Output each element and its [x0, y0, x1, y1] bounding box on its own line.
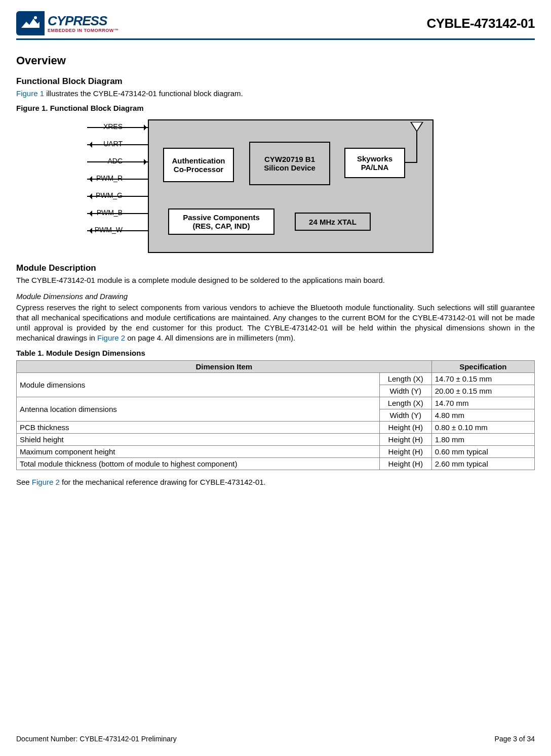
block-passive-components: Passive Components (RES, CAP, IND): [168, 208, 274, 235]
arrow-pwm-b-icon: [87, 213, 149, 214]
signal-adc: ADC: [62, 157, 123, 165]
table-1-title: Table 1. Module Design Dimensions: [16, 349, 535, 357]
signal-pwm-b: PWM_B: [62, 208, 123, 217]
page-header: CYPRESS EMBEDDED IN TOMORROW™ CYBLE-4731…: [16, 11, 535, 35]
signal-pwm-g: PWM_G: [62, 191, 123, 199]
functional-block-diagram: XRES UART ADC PWM_R PWM_G PWM_B PWM_W Au…: [62, 119, 431, 251]
heading-overview: Overview: [16, 54, 535, 67]
see-figure-2-text: See Figure 2 for the mechanical referenc…: [16, 477, 535, 487]
signal-pwm-r: PWM_R: [62, 174, 123, 182]
table-row: Antenna location dimensions Length (X) 1…: [17, 397, 535, 409]
th-dimension-item: Dimension Item: [17, 360, 432, 372]
figure-1-title: Figure 1. Functional Block Diagram: [16, 104, 535, 112]
block-cyw20719: CYW20719 B1 Silicon Device: [249, 142, 330, 185]
arrow-uart-icon: [87, 144, 149, 145]
logo-tagline: EMBEDDED IN TOMORROW™: [48, 28, 119, 33]
table-row: Maximum component height Height (H) 0.60…: [17, 445, 535, 457]
table-row: Total module thickness (bottom of module…: [17, 457, 535, 470]
part-number: CYBLE-473142-01: [426, 16, 535, 31]
company-logo: CYPRESS EMBEDDED IN TOMORROW™: [16, 11, 119, 35]
th-specification: Specification: [431, 360, 534, 372]
heading-functional-block-diagram: Functional Block Diagram: [16, 76, 535, 87]
arrow-pwm-w-icon: [87, 230, 149, 231]
signal-uart: UART: [62, 140, 123, 148]
figure-2-xref-2[interactable]: Figure 2: [32, 478, 60, 486]
table-module-design-dimensions: Dimension Item Specification Module dime…: [16, 360, 535, 470]
block-skyworks-pa-lna: Skyworks PA/LNA: [344, 148, 405, 178]
logo-icon: [16, 11, 45, 35]
logo-word: CYPRESS: [48, 14, 119, 27]
document-number: Document Number: CYBLE-473142-01 Prelimi…: [16, 735, 177, 743]
page-number: Page 3 of 34: [495, 735, 535, 743]
svg-point-0: [34, 16, 37, 19]
signal-pwm-w: PWM_W: [62, 226, 123, 234]
arrow-adc-icon: [87, 161, 149, 162]
heading-module-dimensions: Module Dimensions and Drawing: [16, 292, 535, 301]
signal-xres: XRES: [62, 122, 123, 131]
antenna-mast-icon: [416, 132, 417, 163]
page-footer: Document Number: CYBLE-473142-01 Prelimi…: [16, 735, 535, 743]
arrow-pwm-r-icon: [87, 179, 149, 180]
block-24mhz-xtal: 24 MHz XTAL: [295, 213, 371, 231]
module-dimensions-text: Cypress reserves the right to select com…: [16, 303, 535, 344]
arrow-xres-icon: [87, 127, 149, 128]
heading-module-description: Module Description: [16, 263, 535, 273]
header-rule: [16, 38, 535, 40]
table-header-row: Dimension Item Specification: [17, 360, 535, 372]
fig1-intro: Figure 1 illustrates the CYBLE-473142-01…: [16, 89, 535, 99]
figure-2-xref[interactable]: Figure 2: [97, 333, 125, 342]
module-description-text: The CYBLE-473142-01 module is a complete…: [16, 275, 535, 285]
arrow-pwm-g-icon: [87, 196, 149, 197]
figure-1-xref[interactable]: Figure 1: [16, 89, 44, 98]
table-row: PCB thickness Height (H) 0.80 ± 0.10 mm: [17, 421, 535, 433]
table-row: Module dimensions Length (X) 14.70 ± 0.1…: [17, 372, 535, 385]
antenna-inner-icon: [412, 122, 422, 131]
table-row: Shield height Height (H) 1.80 mm: [17, 433, 535, 445]
antenna-feed-icon: [405, 162, 417, 163]
block-auth-coprocessor: Authentication Co-Processor: [163, 148, 234, 182]
